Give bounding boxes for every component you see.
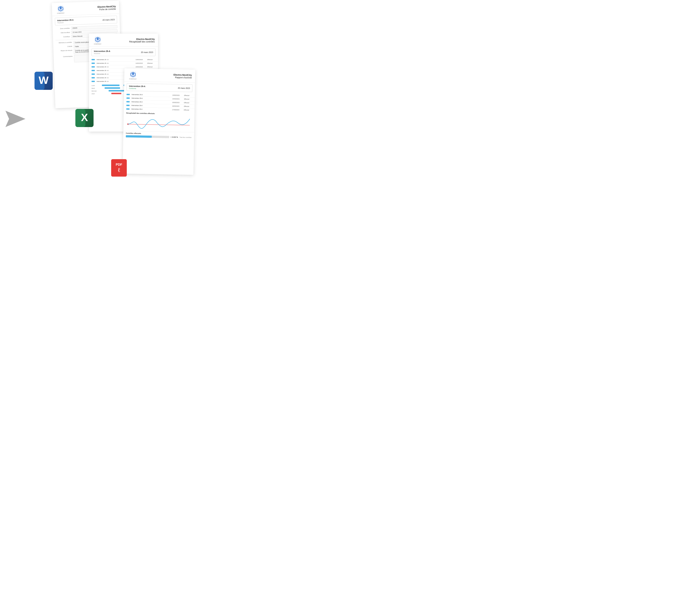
doc1-title-sub: Fiche de contrôle bbox=[97, 8, 116, 11]
row-text: Intervention 29-A bbox=[132, 101, 170, 103]
doc1-zone-label: Zone contrôlée bbox=[55, 27, 70, 30]
chart-svg bbox=[126, 115, 192, 131]
doc3-table: Intervention 29-A 13/03/2023 Effectué In… bbox=[124, 93, 195, 112]
doc3-controls-title: Contrôles effectués bbox=[126, 132, 192, 135]
doc3-company-label: COMPANY bbox=[129, 78, 137, 80]
row-date: 15/03/2023 bbox=[172, 102, 182, 103]
doc1-elements-label: Eléments à contrôler bbox=[56, 41, 72, 44]
doc1-commentaires-label: Commentaires bbox=[56, 55, 72, 58]
row-text: Intervention 29-A bbox=[131, 108, 170, 111]
row-date: 17/03/2023 bbox=[172, 109, 182, 111]
row-indicator bbox=[126, 108, 130, 110]
doc3-intervention-label: Intervention 29-A bbox=[129, 85, 145, 87]
table-row: Intervention 29 - A 13/03/2023 Effectué bbox=[89, 58, 158, 61]
svg-marker-0 bbox=[5, 111, 25, 127]
doc3-controls-row: + 4.312 % Total des contrôles bbox=[126, 135, 191, 138]
row-date: 15/03/2023 bbox=[135, 66, 146, 68]
doc3-controls-pct: + 4.312 % bbox=[171, 136, 178, 138]
row-status: Effectué bbox=[147, 62, 156, 64]
row-indicator bbox=[126, 105, 130, 106]
controls-bar-background bbox=[126, 135, 169, 138]
doc1-moyen-label: Moyen de mesure bbox=[56, 49, 72, 52]
doc3-intervention-date: 20 mars 2023 bbox=[178, 87, 190, 89]
doc2-logo: COMPANY bbox=[92, 36, 103, 45]
doc1-company-label: COMPANY bbox=[57, 12, 65, 14]
table-row: Intervention 29 - A 15/03/2023 Effectué bbox=[89, 65, 158, 69]
row-indicator bbox=[92, 62, 95, 64]
company-logo-icon-3 bbox=[130, 71, 137, 78]
doc3-title-block: Electro-NextCity Rapport d'activité bbox=[173, 73, 192, 79]
company-logo-icon-2 bbox=[94, 36, 101, 43]
svg-text:ℓ: ℓ bbox=[118, 167, 120, 173]
row-text: Intervention 29-A bbox=[132, 97, 170, 100]
doc3-chart-title: Récapitulatif des contrôles effectués bbox=[126, 112, 192, 115]
doc2-title-sub: Récapitulatif des contrôles bbox=[129, 41, 155, 43]
row-status: Effectué bbox=[147, 59, 156, 60]
row-date: 13/03/2023 bbox=[135, 59, 146, 60]
row-indicator bbox=[92, 66, 95, 68]
row-text: Intervention 29 - A bbox=[97, 59, 134, 60]
doc1-debut-label: Date de début bbox=[55, 31, 70, 34]
doc3-intervention-status: Conforme bbox=[129, 87, 145, 90]
gantt-bar bbox=[105, 87, 120, 89]
row-indicator bbox=[92, 59, 95, 60]
row-text: Intervention 29 - A bbox=[97, 62, 134, 64]
doc2-intervention-label: Intervention 29-A bbox=[94, 50, 110, 52]
row-indicator bbox=[92, 81, 95, 82]
doc1-zone-value: 235345 bbox=[71, 25, 117, 30]
doc3-logo: COMPANY bbox=[127, 71, 138, 80]
doc2-title-block: Electro-NextCity Récapitulatif des contr… bbox=[129, 38, 155, 43]
row-indicator bbox=[126, 101, 130, 102]
doc3-title-sub: Rapport d'activité bbox=[173, 76, 192, 79]
doc-rapport-activite: COMPANY Electro-NextCity Rapport d'activ… bbox=[123, 68, 195, 175]
pdf-icon: PDF ℓ bbox=[111, 159, 127, 177]
doc1-title-block: Electro-NextCity Fiche de contrôle bbox=[97, 5, 116, 11]
row-indicator bbox=[92, 77, 95, 79]
gantt-label: Lundi bbox=[92, 85, 99, 86]
doc1-intervention-box: Intervention 29-A Réalisée 20 mars 2023 bbox=[55, 16, 117, 25]
doc1-logo: COMPANY bbox=[55, 5, 66, 14]
doc3-controls-section: Contrôles effectués + 4.312 % Total des … bbox=[123, 131, 194, 140]
row-date: 14/03/2023 bbox=[172, 98, 182, 100]
doc1-intervention-label: Intervention 29-A bbox=[57, 19, 73, 22]
row-status: Effectué bbox=[184, 95, 192, 96]
row-date: 14/03/2023 bbox=[135, 62, 146, 64]
doc3-header: COMPANY Electro-NextCity Rapport d'activ… bbox=[124, 68, 195, 83]
doc1-intervention-date: 20 mars 2023 bbox=[103, 18, 115, 21]
company-logo-icon bbox=[57, 5, 64, 12]
gantt-label: Mardi bbox=[92, 88, 99, 89]
svg-text:PDF: PDF bbox=[116, 163, 122, 166]
doc1-criticite-label: Criticité bbox=[56, 45, 72, 48]
row-date: 13/03/2023 bbox=[172, 94, 182, 96]
doc1-intervention-status: Réalisée bbox=[57, 21, 74, 24]
row-indicator bbox=[92, 70, 95, 71]
row-text: Intervention 29-A bbox=[132, 94, 171, 96]
row-text: Intervention 29-A bbox=[131, 105, 170, 107]
doc3-chart-area bbox=[126, 115, 192, 131]
row-indicator bbox=[126, 94, 130, 95]
doc1-controleur-label: Contrôleur bbox=[55, 36, 70, 38]
svg-text:W: W bbox=[39, 74, 49, 86]
row-text: Intervention 29 - A bbox=[97, 66, 134, 68]
doc3-title-main: Electro-NextCity bbox=[173, 73, 192, 76]
row-indicator bbox=[126, 97, 130, 99]
row-status: Effectué bbox=[184, 109, 192, 111]
table-row: Intervention 29 - A 14/03/2023 Effectué bbox=[89, 61, 158, 65]
word-icon: W bbox=[33, 71, 54, 91]
doc2-intervention-status: Réalisée bbox=[94, 53, 110, 54]
doc3-intervention-box: Intervention 29-A Conforme 20 mars 2023 bbox=[126, 83, 192, 92]
doc2-intervention-date: 20 mars 2023 bbox=[141, 51, 153, 53]
doc2-intervention-box: Intervention 29-A Réalisée 20 mars 2023 bbox=[92, 48, 156, 56]
doc1-debut-value: 13 mars 2023 bbox=[71, 29, 117, 34]
doc1-header: COMPANY Electro-NextCity Fiche de contrô… bbox=[52, 1, 119, 16]
doc3-controls-total: Total des contrôles bbox=[179, 136, 192, 138]
send-arrow-icon bbox=[4, 109, 27, 129]
gantt-label: Jeudi bbox=[92, 93, 99, 94]
controls-bar-fill bbox=[126, 135, 152, 138]
row-status: Effectué bbox=[147, 66, 156, 68]
doc3-chart-section: Récapitulatif des contrôles effectués bbox=[123, 111, 194, 132]
svg-text:X: X bbox=[81, 111, 88, 123]
doc2-header: COMPANY Electro-NextCity Récapitulatif d… bbox=[89, 33, 158, 47]
excel-icon: X bbox=[75, 108, 94, 128]
row-date: 16/03/2023 bbox=[172, 105, 182, 107]
